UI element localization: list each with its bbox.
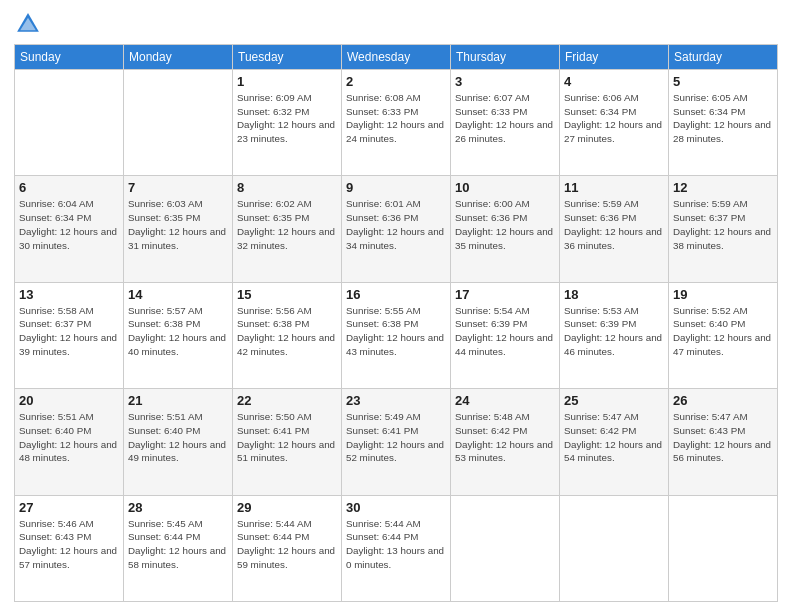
day-info: Sunrise: 5:52 AMSunset: 6:40 PMDaylight:… [673,304,773,359]
calendar-cell: 1Sunrise: 6:09 AMSunset: 6:32 PMDaylight… [233,70,342,176]
th-tuesday: Tuesday [233,45,342,70]
weekday-header-row: Sunday Monday Tuesday Wednesday Thursday… [15,45,778,70]
day-info: Sunrise: 5:47 AMSunset: 6:43 PMDaylight:… [673,410,773,465]
day-info: Sunrise: 5:44 AMSunset: 6:44 PMDaylight:… [346,517,446,572]
calendar-cell: 10Sunrise: 6:00 AMSunset: 6:36 PMDayligh… [451,176,560,282]
th-thursday: Thursday [451,45,560,70]
calendar-cell: 24Sunrise: 5:48 AMSunset: 6:42 PMDayligh… [451,389,560,495]
calendar-cell: 13Sunrise: 5:58 AMSunset: 6:37 PMDayligh… [15,282,124,388]
day-info: Sunrise: 5:54 AMSunset: 6:39 PMDaylight:… [455,304,555,359]
calendar-cell: 28Sunrise: 5:45 AMSunset: 6:44 PMDayligh… [124,495,233,601]
calendar-cell [15,70,124,176]
day-number: 18 [564,287,664,302]
day-info: Sunrise: 6:09 AMSunset: 6:32 PMDaylight:… [237,91,337,146]
day-number: 12 [673,180,773,195]
day-number: 2 [346,74,446,89]
calendar-cell: 15Sunrise: 5:56 AMSunset: 6:38 PMDayligh… [233,282,342,388]
th-friday: Friday [560,45,669,70]
day-info: Sunrise: 6:08 AMSunset: 6:33 PMDaylight:… [346,91,446,146]
calendar-cell: 16Sunrise: 5:55 AMSunset: 6:38 PMDayligh… [342,282,451,388]
day-number: 26 [673,393,773,408]
week-row-4: 20Sunrise: 5:51 AMSunset: 6:40 PMDayligh… [15,389,778,495]
calendar-cell: 12Sunrise: 5:59 AMSunset: 6:37 PMDayligh… [669,176,778,282]
calendar-cell: 5Sunrise: 6:05 AMSunset: 6:34 PMDaylight… [669,70,778,176]
calendar-cell [560,495,669,601]
day-number: 24 [455,393,555,408]
week-row-2: 6Sunrise: 6:04 AMSunset: 6:34 PMDaylight… [15,176,778,282]
calendar-cell: 18Sunrise: 5:53 AMSunset: 6:39 PMDayligh… [560,282,669,388]
day-number: 10 [455,180,555,195]
day-info: Sunrise: 5:50 AMSunset: 6:41 PMDaylight:… [237,410,337,465]
day-info: Sunrise: 6:07 AMSunset: 6:33 PMDaylight:… [455,91,555,146]
day-info: Sunrise: 5:59 AMSunset: 6:37 PMDaylight:… [673,197,773,252]
day-number: 4 [564,74,664,89]
calendar-cell: 21Sunrise: 5:51 AMSunset: 6:40 PMDayligh… [124,389,233,495]
week-row-5: 27Sunrise: 5:46 AMSunset: 6:43 PMDayligh… [15,495,778,601]
logo-icon [14,10,42,38]
day-info: Sunrise: 5:46 AMSunset: 6:43 PMDaylight:… [19,517,119,572]
calendar-cell: 23Sunrise: 5:49 AMSunset: 6:41 PMDayligh… [342,389,451,495]
day-number: 20 [19,393,119,408]
day-number: 6 [19,180,119,195]
calendar-cell: 14Sunrise: 5:57 AMSunset: 6:38 PMDayligh… [124,282,233,388]
day-info: Sunrise: 5:56 AMSunset: 6:38 PMDaylight:… [237,304,337,359]
day-info: Sunrise: 6:02 AMSunset: 6:35 PMDaylight:… [237,197,337,252]
logo [14,10,46,38]
day-info: Sunrise: 5:55 AMSunset: 6:38 PMDaylight:… [346,304,446,359]
day-number: 13 [19,287,119,302]
day-number: 25 [564,393,664,408]
day-info: Sunrise: 5:44 AMSunset: 6:44 PMDaylight:… [237,517,337,572]
calendar-cell: 20Sunrise: 5:51 AMSunset: 6:40 PMDayligh… [15,389,124,495]
calendar-cell [124,70,233,176]
calendar-cell: 29Sunrise: 5:44 AMSunset: 6:44 PMDayligh… [233,495,342,601]
calendar-cell: 9Sunrise: 6:01 AMSunset: 6:36 PMDaylight… [342,176,451,282]
day-number: 1 [237,74,337,89]
day-info: Sunrise: 5:48 AMSunset: 6:42 PMDaylight:… [455,410,555,465]
day-info: Sunrise: 5:49 AMSunset: 6:41 PMDaylight:… [346,410,446,465]
day-info: Sunrise: 6:03 AMSunset: 6:35 PMDaylight:… [128,197,228,252]
day-number: 23 [346,393,446,408]
th-wednesday: Wednesday [342,45,451,70]
calendar-cell: 4Sunrise: 6:06 AMSunset: 6:34 PMDaylight… [560,70,669,176]
day-info: Sunrise: 5:57 AMSunset: 6:38 PMDaylight:… [128,304,228,359]
day-info: Sunrise: 5:47 AMSunset: 6:42 PMDaylight:… [564,410,664,465]
day-info: Sunrise: 5:53 AMSunset: 6:39 PMDaylight:… [564,304,664,359]
th-monday: Monday [124,45,233,70]
day-info: Sunrise: 6:06 AMSunset: 6:34 PMDaylight:… [564,91,664,146]
calendar-cell [451,495,560,601]
day-number: 3 [455,74,555,89]
header [14,10,778,38]
calendar-cell: 17Sunrise: 5:54 AMSunset: 6:39 PMDayligh… [451,282,560,388]
calendar-cell: 3Sunrise: 6:07 AMSunset: 6:33 PMDaylight… [451,70,560,176]
calendar-cell: 8Sunrise: 6:02 AMSunset: 6:35 PMDaylight… [233,176,342,282]
day-info: Sunrise: 5:58 AMSunset: 6:37 PMDaylight:… [19,304,119,359]
calendar-cell: 2Sunrise: 6:08 AMSunset: 6:33 PMDaylight… [342,70,451,176]
calendar-cell: 26Sunrise: 5:47 AMSunset: 6:43 PMDayligh… [669,389,778,495]
day-number: 8 [237,180,337,195]
day-number: 17 [455,287,555,302]
calendar-cell: 7Sunrise: 6:03 AMSunset: 6:35 PMDaylight… [124,176,233,282]
calendar-cell: 19Sunrise: 5:52 AMSunset: 6:40 PMDayligh… [669,282,778,388]
calendar-cell: 22Sunrise: 5:50 AMSunset: 6:41 PMDayligh… [233,389,342,495]
day-number: 22 [237,393,337,408]
day-number: 28 [128,500,228,515]
th-sunday: Sunday [15,45,124,70]
calendar-cell: 30Sunrise: 5:44 AMSunset: 6:44 PMDayligh… [342,495,451,601]
calendar-cell: 11Sunrise: 5:59 AMSunset: 6:36 PMDayligh… [560,176,669,282]
calendar-table: Sunday Monday Tuesday Wednesday Thursday… [14,44,778,602]
day-number: 30 [346,500,446,515]
calendar-cell: 6Sunrise: 6:04 AMSunset: 6:34 PMDaylight… [15,176,124,282]
calendar-cell: 25Sunrise: 5:47 AMSunset: 6:42 PMDayligh… [560,389,669,495]
calendar-cell: 27Sunrise: 5:46 AMSunset: 6:43 PMDayligh… [15,495,124,601]
day-info: Sunrise: 5:59 AMSunset: 6:36 PMDaylight:… [564,197,664,252]
week-row-3: 13Sunrise: 5:58 AMSunset: 6:37 PMDayligh… [15,282,778,388]
day-number: 11 [564,180,664,195]
day-number: 21 [128,393,228,408]
day-info: Sunrise: 6:05 AMSunset: 6:34 PMDaylight:… [673,91,773,146]
day-info: Sunrise: 6:00 AMSunset: 6:36 PMDaylight:… [455,197,555,252]
day-number: 7 [128,180,228,195]
day-number: 5 [673,74,773,89]
day-number: 16 [346,287,446,302]
page: Sunday Monday Tuesday Wednesday Thursday… [0,0,792,612]
day-info: Sunrise: 5:51 AMSunset: 6:40 PMDaylight:… [19,410,119,465]
